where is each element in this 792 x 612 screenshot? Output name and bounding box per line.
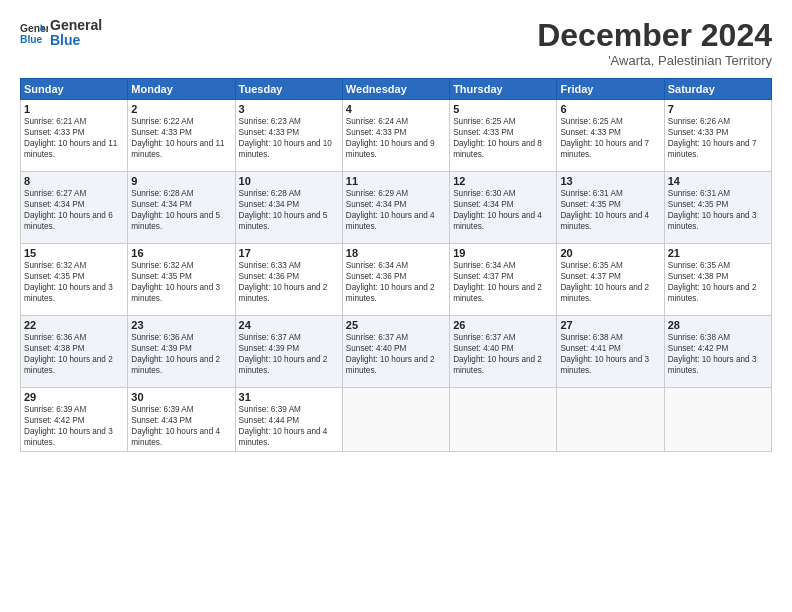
table-cell: 20Sunrise: 6:35 AMSunset: 4:37 PMDayligh… [557, 244, 664, 316]
table-cell: 29Sunrise: 6:39 AMSunset: 4:42 PMDayligh… [21, 388, 128, 452]
cell-content: Sunrise: 6:38 AMSunset: 4:41 PMDaylight:… [560, 332, 660, 376]
table-cell: 15Sunrise: 6:32 AMSunset: 4:35 PMDayligh… [21, 244, 128, 316]
logo-blue: Blue [50, 33, 102, 48]
col-sunday: Sunday [21, 79, 128, 100]
cell-content: Sunrise: 6:28 AMSunset: 4:34 PMDaylight:… [239, 188, 339, 232]
table-cell [342, 388, 449, 452]
day-number: 28 [668, 319, 768, 331]
cell-content: Sunrise: 6:35 AMSunset: 4:37 PMDaylight:… [560, 260, 660, 304]
col-friday: Friday [557, 79, 664, 100]
week-row: 22Sunrise: 6:36 AMSunset: 4:38 PMDayligh… [21, 316, 772, 388]
table-cell: 26Sunrise: 6:37 AMSunset: 4:40 PMDayligh… [450, 316, 557, 388]
table-cell: 13Sunrise: 6:31 AMSunset: 4:35 PMDayligh… [557, 172, 664, 244]
cell-content: Sunrise: 6:37 AMSunset: 4:40 PMDaylight:… [453, 332, 553, 376]
table-cell: 16Sunrise: 6:32 AMSunset: 4:35 PMDayligh… [128, 244, 235, 316]
cell-content: Sunrise: 6:39 AMSunset: 4:42 PMDaylight:… [24, 404, 124, 448]
col-saturday: Saturday [664, 79, 771, 100]
table-cell: 9Sunrise: 6:28 AMSunset: 4:34 PMDaylight… [128, 172, 235, 244]
day-number: 29 [24, 391, 124, 403]
col-wednesday: Wednesday [342, 79, 449, 100]
day-number: 6 [560, 103, 660, 115]
day-number: 18 [346, 247, 446, 259]
table-cell: 31Sunrise: 6:39 AMSunset: 4:44 PMDayligh… [235, 388, 342, 452]
table-cell: 28Sunrise: 6:38 AMSunset: 4:42 PMDayligh… [664, 316, 771, 388]
day-number: 16 [131, 247, 231, 259]
logo-general: General [50, 18, 102, 33]
cell-content: Sunrise: 6:22 AMSunset: 4:33 PMDaylight:… [131, 116, 231, 160]
cell-content: Sunrise: 6:36 AMSunset: 4:39 PMDaylight:… [131, 332, 231, 376]
cell-content: Sunrise: 6:31 AMSunset: 4:35 PMDaylight:… [560, 188, 660, 232]
cell-content: Sunrise: 6:37 AMSunset: 4:40 PMDaylight:… [346, 332, 446, 376]
day-number: 15 [24, 247, 124, 259]
calendar-table: Sunday Monday Tuesday Wednesday Thursday… [20, 78, 772, 452]
day-number: 19 [453, 247, 553, 259]
table-cell: 25Sunrise: 6:37 AMSunset: 4:40 PMDayligh… [342, 316, 449, 388]
table-cell [664, 388, 771, 452]
page: General Blue General Blue December 2024 … [0, 0, 792, 612]
table-cell: 4Sunrise: 6:24 AMSunset: 4:33 PMDaylight… [342, 100, 449, 172]
cell-content: Sunrise: 6:29 AMSunset: 4:34 PMDaylight:… [346, 188, 446, 232]
cell-content: Sunrise: 6:31 AMSunset: 4:35 PMDaylight:… [668, 188, 768, 232]
cell-content: Sunrise: 6:34 AMSunset: 4:36 PMDaylight:… [346, 260, 446, 304]
table-cell: 19Sunrise: 6:34 AMSunset: 4:37 PMDayligh… [450, 244, 557, 316]
table-cell [557, 388, 664, 452]
day-number: 31 [239, 391, 339, 403]
cell-content: Sunrise: 6:27 AMSunset: 4:34 PMDaylight:… [24, 188, 124, 232]
cell-content: Sunrise: 6:32 AMSunset: 4:35 PMDaylight:… [24, 260, 124, 304]
day-number: 1 [24, 103, 124, 115]
table-cell: 18Sunrise: 6:34 AMSunset: 4:36 PMDayligh… [342, 244, 449, 316]
day-number: 21 [668, 247, 768, 259]
day-number: 11 [346, 175, 446, 187]
day-number: 14 [668, 175, 768, 187]
day-number: 3 [239, 103, 339, 115]
col-thursday: Thursday [450, 79, 557, 100]
table-cell: 12Sunrise: 6:30 AMSunset: 4:34 PMDayligh… [450, 172, 557, 244]
cell-content: Sunrise: 6:24 AMSunset: 4:33 PMDaylight:… [346, 116, 446, 160]
table-cell: 7Sunrise: 6:26 AMSunset: 4:33 PMDaylight… [664, 100, 771, 172]
month-title: December 2024 [537, 18, 772, 53]
table-cell: 3Sunrise: 6:23 AMSunset: 4:33 PMDaylight… [235, 100, 342, 172]
cell-content: Sunrise: 6:23 AMSunset: 4:33 PMDaylight:… [239, 116, 339, 160]
cell-content: Sunrise: 6:33 AMSunset: 4:36 PMDaylight:… [239, 260, 339, 304]
svg-text:Blue: Blue [20, 35, 43, 46]
day-number: 9 [131, 175, 231, 187]
col-monday: Monday [128, 79, 235, 100]
table-cell: 6Sunrise: 6:25 AMSunset: 4:33 PMDaylight… [557, 100, 664, 172]
week-row: 8Sunrise: 6:27 AMSunset: 4:34 PMDaylight… [21, 172, 772, 244]
cell-content: Sunrise: 6:38 AMSunset: 4:42 PMDaylight:… [668, 332, 768, 376]
table-cell: 27Sunrise: 6:38 AMSunset: 4:41 PMDayligh… [557, 316, 664, 388]
day-number: 4 [346, 103, 446, 115]
cell-content: Sunrise: 6:25 AMSunset: 4:33 PMDaylight:… [560, 116, 660, 160]
calendar-body: 1Sunrise: 6:21 AMSunset: 4:33 PMDaylight… [21, 100, 772, 452]
week-row: 15Sunrise: 6:32 AMSunset: 4:35 PMDayligh… [21, 244, 772, 316]
cell-content: Sunrise: 6:25 AMSunset: 4:33 PMDaylight:… [453, 116, 553, 160]
table-cell: 14Sunrise: 6:31 AMSunset: 4:35 PMDayligh… [664, 172, 771, 244]
table-cell: 21Sunrise: 6:35 AMSunset: 4:38 PMDayligh… [664, 244, 771, 316]
table-cell: 1Sunrise: 6:21 AMSunset: 4:33 PMDaylight… [21, 100, 128, 172]
day-number: 8 [24, 175, 124, 187]
table-cell: 11Sunrise: 6:29 AMSunset: 4:34 PMDayligh… [342, 172, 449, 244]
cell-content: Sunrise: 6:35 AMSunset: 4:38 PMDaylight:… [668, 260, 768, 304]
cell-content: Sunrise: 6:21 AMSunset: 4:33 PMDaylight:… [24, 116, 124, 160]
week-row: 1Sunrise: 6:21 AMSunset: 4:33 PMDaylight… [21, 100, 772, 172]
table-cell: 2Sunrise: 6:22 AMSunset: 4:33 PMDaylight… [128, 100, 235, 172]
cell-content: Sunrise: 6:26 AMSunset: 4:33 PMDaylight:… [668, 116, 768, 160]
col-tuesday: Tuesday [235, 79, 342, 100]
calendar-header: Sunday Monday Tuesday Wednesday Thursday… [21, 79, 772, 100]
week-row: 29Sunrise: 6:39 AMSunset: 4:42 PMDayligh… [21, 388, 772, 452]
table-cell: 5Sunrise: 6:25 AMSunset: 4:33 PMDaylight… [450, 100, 557, 172]
day-number: 30 [131, 391, 231, 403]
day-number: 27 [560, 319, 660, 331]
cell-content: Sunrise: 6:39 AMSunset: 4:43 PMDaylight:… [131, 404, 231, 448]
header-row: Sunday Monday Tuesday Wednesday Thursday… [21, 79, 772, 100]
cell-content: Sunrise: 6:30 AMSunset: 4:34 PMDaylight:… [453, 188, 553, 232]
title-block: December 2024 'Awarta, Palestinian Terri… [537, 18, 772, 68]
table-cell: 17Sunrise: 6:33 AMSunset: 4:36 PMDayligh… [235, 244, 342, 316]
table-cell: 8Sunrise: 6:27 AMSunset: 4:34 PMDaylight… [21, 172, 128, 244]
cell-content: Sunrise: 6:34 AMSunset: 4:37 PMDaylight:… [453, 260, 553, 304]
day-number: 20 [560, 247, 660, 259]
logo: General Blue General Blue [20, 18, 102, 49]
logo-icon: General Blue [20, 19, 48, 47]
table-cell: 30Sunrise: 6:39 AMSunset: 4:43 PMDayligh… [128, 388, 235, 452]
day-number: 26 [453, 319, 553, 331]
